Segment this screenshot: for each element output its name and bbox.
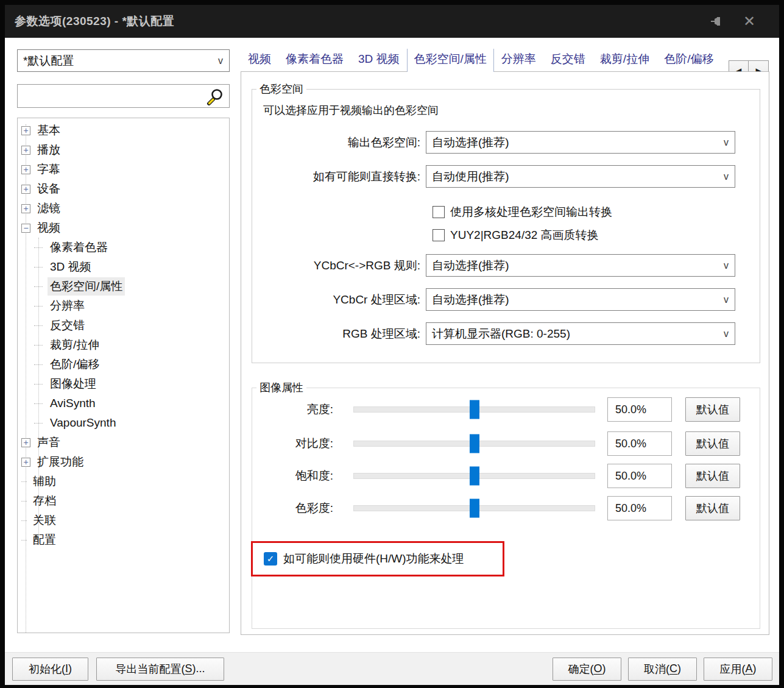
sidebar-item-pixel-shader[interactable]: 像素着色器 xyxy=(18,238,229,257)
brightness-slider[interactable] xyxy=(353,397,595,422)
expand-plus-icon[interactable]: + xyxy=(21,204,30,213)
sidebar-item-playback[interactable]: + 播放 xyxy=(18,140,229,160)
chevron-down-icon: v xyxy=(724,137,729,147)
sidebar-item-levels-offset[interactable]: 色阶/偏移 xyxy=(18,355,229,374)
contrast-default-button[interactable]: 默认值 xyxy=(685,431,740,456)
sidebar-item-video[interactable]: − 视频 xyxy=(18,218,229,238)
search-box xyxy=(17,84,230,108)
init-button[interactable]: 初始化(I) xyxy=(12,658,88,681)
footer-bar: 初始化(I) 导出当前配置(S)... 确定(O) 取消(C) 应用(A) xyxy=(5,652,779,685)
tab-video[interactable]: 视频 xyxy=(241,49,278,72)
apply-button[interactable]: 应用(A) xyxy=(704,658,772,681)
expand-plus-icon[interactable]: + xyxy=(21,126,30,135)
slider-thumb[interactable] xyxy=(470,434,479,453)
sidebar-item-basic[interactable]: + 基本 xyxy=(18,121,229,140)
hue-slider[interactable] xyxy=(353,496,595,520)
slider-saturation: 饱和度: 50.0% 默认值 xyxy=(252,464,760,488)
slider-hue: 色彩度: 50.0% 默认值 xyxy=(252,496,760,520)
hardware-processing-label: 如可能则使用硬件(H/W)功能来处理 xyxy=(283,551,464,567)
sidebar-item-resolution[interactable]: 分辨率 xyxy=(18,296,229,316)
sidebar-item-audio[interactable]: + 声音 xyxy=(18,433,229,452)
chevron-down-icon: v xyxy=(724,171,729,182)
tree-connector xyxy=(21,540,27,541)
sidebar-item-colorspace-properties[interactable]: 色彩空间/属性 xyxy=(18,277,229,296)
tab-3d-video[interactable]: 3D 视频 xyxy=(351,49,407,72)
export-config-button[interactable]: 导出当前配置(S)... xyxy=(96,658,224,681)
tree-connector xyxy=(34,384,43,385)
settings-tree: + 基本 + 播放 + 字幕 + 设备 + 滤镜 xyxy=(17,118,230,633)
sidebar-item-device[interactable]: + 设备 xyxy=(18,179,229,199)
tab-crop-stretch[interactable]: 裁剪/拉伸 xyxy=(593,49,657,72)
checkbox-unchecked[interactable] xyxy=(433,206,445,218)
profile-select[interactable]: *默认配置 v xyxy=(17,49,230,72)
field-output-colorspace: 输出色彩空间: 自动选择(推荐) v xyxy=(252,131,760,154)
tab-pixel-shader[interactable]: 像素着色器 xyxy=(278,49,351,72)
yuy2-hq-conversion-option[interactable]: YUY2|RGB24/32 高画质转换 xyxy=(433,227,599,243)
sidebar-item-image-processing[interactable]: 图像处理 xyxy=(18,374,229,394)
expand-plus-icon[interactable]: + xyxy=(21,165,30,174)
search-input[interactable] xyxy=(18,85,229,107)
expand-plus-icon[interactable]: + xyxy=(21,185,30,194)
saturation-value[interactable]: 50.0% xyxy=(607,464,672,488)
search-icon[interactable] xyxy=(207,88,225,108)
cancel-button[interactable]: 取消(C) xyxy=(628,658,697,681)
slider-thumb[interactable] xyxy=(470,499,479,518)
expand-plus-icon[interactable]: + xyxy=(21,438,30,447)
image-properties-group: 图像属性 亮度: 50.0% 默认值 对比度: xyxy=(252,388,760,629)
sidebar-item-config[interactable]: 配置 xyxy=(18,530,229,550)
dialog-body: *默认配置 v + 基本 xyxy=(5,38,779,685)
checkbox-checked[interactable]: ✓ xyxy=(264,552,277,566)
sidebar-item-archive[interactable]: 存档 xyxy=(18,491,229,511)
slider-thumb[interactable] xyxy=(470,467,479,486)
sidebar-item-subtitles[interactable]: + 字幕 xyxy=(18,160,229,179)
chevron-down-icon: v xyxy=(218,55,223,66)
pin-icon[interactable] xyxy=(708,13,724,29)
tree-connector xyxy=(34,364,43,365)
ycbcr-rgb-rule-select[interactable]: 自动选择(推荐) v xyxy=(426,254,735,277)
expand-plus-icon[interactable]: + xyxy=(21,458,30,467)
rgb-range-select[interactable]: 计算机显示器(RGB: 0-255) v xyxy=(426,322,735,345)
tree-connector xyxy=(34,247,43,248)
colorspace-description: 可以选择应用于视频输出的色彩空间 xyxy=(263,103,439,118)
direct-conversion-select[interactable]: 自动使用(推荐) v xyxy=(426,165,735,188)
output-colorspace-select[interactable]: 自动选择(推荐) v xyxy=(426,131,735,154)
slider-thumb[interactable] xyxy=(470,400,479,419)
tree-connector xyxy=(34,306,43,307)
tab-resolution[interactable]: 分辨率 xyxy=(494,49,543,72)
sidebar-item-avisynth[interactable]: AviSynth xyxy=(18,394,229,413)
content-area: 视频 像素着色器 3D 视频 色彩空间/属性 分辨率 反交错 裁剪/拉伸 色阶/… xyxy=(241,49,769,72)
brightness-default-button[interactable]: 默认值 xyxy=(685,397,740,422)
tree-connector xyxy=(34,345,43,346)
sidebar-item-3d-video[interactable]: 3D 视频 xyxy=(18,257,229,277)
hardware-processing-highlight: ✓ 如可能则使用硬件(H/W)功能来处理 xyxy=(251,541,504,576)
ok-button[interactable]: 确定(O) xyxy=(553,658,621,681)
check-icon: ✓ xyxy=(267,553,275,564)
sidebar-item-vapoursynth[interactable]: VapourSynth xyxy=(18,413,229,433)
tree-connector xyxy=(21,501,27,502)
ycbcr-range-select[interactable]: 自动选择(推荐) v xyxy=(426,288,735,311)
image-properties-group-title: 图像属性 xyxy=(256,380,306,395)
tree-connector xyxy=(34,403,43,404)
sidebar-item-crop-stretch[interactable]: 裁剪/拉伸 xyxy=(18,335,229,355)
sidebar-item-association[interactable]: 关联 xyxy=(18,511,229,530)
tab-levels-offset[interactable]: 色阶/偏移 xyxy=(657,49,721,72)
multicore-conversion-option[interactable]: 使用多核处理色彩空间输出转换 xyxy=(433,204,612,220)
brightness-value[interactable]: 50.0% xyxy=(607,397,672,422)
sidebar-item-auxiliary[interactable]: 辅助 xyxy=(18,472,229,491)
saturation-slider[interactable] xyxy=(353,464,595,488)
hue-default-button[interactable]: 默认值 xyxy=(685,496,740,520)
hue-value[interactable]: 50.0% xyxy=(607,496,672,520)
expand-minus-icon[interactable]: − xyxy=(21,224,30,233)
checkbox-unchecked[interactable] xyxy=(433,229,445,241)
tab-colorspace-properties[interactable]: 色彩空间/属性 xyxy=(407,49,494,72)
sidebar-item-deinterlace[interactable]: 反交错 xyxy=(18,316,229,335)
sidebar-item-extensions[interactable]: + 扩展功能 xyxy=(18,452,229,472)
contrast-slider[interactable] xyxy=(353,431,595,456)
saturation-default-button[interactable]: 默认值 xyxy=(685,464,740,488)
tab-deinterlace[interactable]: 反交错 xyxy=(543,49,593,72)
chevron-down-icon: v xyxy=(724,294,729,305)
sidebar-item-filters[interactable]: + 滤镜 xyxy=(18,199,229,218)
expand-plus-icon[interactable]: + xyxy=(21,146,30,155)
close-icon[interactable]: ✕ xyxy=(741,13,757,29)
contrast-value[interactable]: 50.0% xyxy=(607,431,672,456)
